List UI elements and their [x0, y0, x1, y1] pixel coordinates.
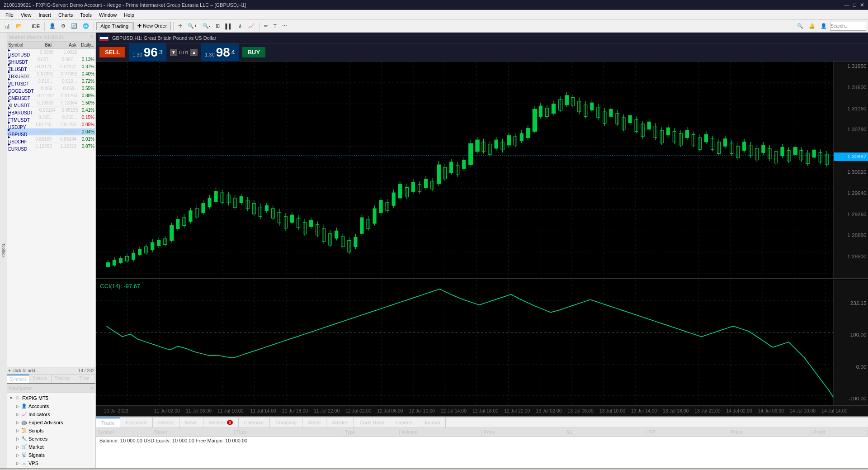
line-button[interactable]: 📈 [246, 22, 257, 30]
algo-trading-button[interactable]: Algo Trading [96, 22, 132, 30]
lot-increase-button[interactable]: ▲ [190, 49, 198, 56]
menu-help[interactable]: Help [120, 11, 138, 19]
more-tools-button[interactable]: ⋯ [280, 22, 289, 30]
sell-button[interactable]: SELL [99, 47, 125, 57]
svg-text:12 Jul 22:00: 12 Jul 22:00 [504, 408, 530, 413]
svg-text:13 Jul 10:00: 13 Jul 10:00 [599, 408, 625, 413]
new-chart-button[interactable]: 📊 [2, 22, 13, 30]
tab-experts[interactable]: Experts [390, 418, 418, 427]
mw-bid: 0.86169 [27, 137, 52, 142]
nav-vps[interactable]: ▷ ☁ VPS [7, 459, 95, 467]
nav-signals[interactable]: ▷ 📡 Signals [7, 451, 95, 459]
nav-expand-fxpig[interactable]: ▼ [9, 396, 13, 400]
mw-ask: 0.265... [53, 115, 77, 120]
settings-button[interactable]: ⚙ [59, 22, 68, 30]
term-col-profit[interactable]: Profit [811, 430, 868, 435]
crosshair-button[interactable]: ✛ [176, 22, 184, 30]
term-col-sl[interactable]: S/L [564, 430, 646, 435]
zoom-out-button[interactable]: 🔍- [200, 22, 213, 30]
term-col-type[interactable]: Type [343, 430, 400, 435]
open-button[interactable]: 📂 [14, 22, 24, 30]
tab-exposure[interactable]: Exposure [120, 418, 152, 427]
lot-decrease-button[interactable]: ▼ [170, 49, 177, 56]
term-col-price2[interactable]: Price [729, 430, 811, 435]
globe-button[interactable]: 🌐 [80, 22, 91, 30]
mw-bid: 0.007... [28, 57, 52, 62]
mw-bid: 0.265... [30, 115, 54, 120]
account-button[interactable]: 👤 [818, 22, 829, 30]
tab-news[interactable]: News [179, 418, 203, 427]
tab-trading[interactable]: Trading [52, 375, 74, 383]
draw-button[interactable]: ✏ [262, 22, 270, 30]
buy-price-big: 98 [216, 45, 230, 59]
menu-insert[interactable]: Insert [35, 11, 55, 19]
mw-ask: 0.007... [52, 57, 77, 62]
market-watch-close[interactable]: ✕ [90, 34, 94, 40]
term-col-tp[interactable]: T/P [647, 430, 729, 435]
toolbox[interactable]: Toolbox [0, 33, 7, 468]
buy-button[interactable]: BUY [242, 47, 265, 57]
nav-fxpig[interactable]: ▼ 🖥 FXPIG MT5 [7, 394, 95, 402]
nav-indicators[interactable]: ▷ 📈 Indicators [7, 410, 95, 418]
term-col-volume[interactable]: Volume [400, 430, 482, 435]
tab-alerts[interactable]: Alerts [302, 418, 326, 427]
new-order-button[interactable]: ✚ New Order [133, 22, 171, 30]
menu-file[interactable]: File [2, 11, 17, 19]
bar-chart-button[interactable]: ▌▌ [223, 22, 235, 30]
svg-text:13 Jul 14:00: 13 Jul 14:00 [631, 408, 657, 413]
term-col-time[interactable]: Time [235, 430, 343, 435]
menu-tools[interactable]: Tools [76, 11, 95, 19]
market-watch-row[interactable]: ▸ EURUSD 1.12295 1.12310 0.07% [7, 143, 95, 150]
symbol-count: 14 / 282 [78, 368, 94, 373]
menu-window[interactable]: Window [95, 11, 120, 19]
svg-text:12 Jul 06:00: 12 Jul 06:00 [377, 408, 403, 413]
separator-2 [44, 22, 45, 31]
notification-button[interactable]: 🔔 [807, 22, 817, 30]
tab-history[interactable]: History [153, 418, 179, 427]
ide-button[interactable]: IDE [29, 22, 42, 30]
market-watch-header: Market Watch: 01:03:21 ✕ [7, 33, 95, 42]
svg-text:CCI(14): -97.67: CCI(14): -97.67 [100, 283, 140, 290]
candle-button[interactable]: 🕯 [236, 22, 245, 30]
tab-articles[interactable]: Articles [326, 418, 354, 427]
svg-text:13 Jul 06:00: 13 Jul 06:00 [568, 408, 594, 413]
term-col-price[interactable]: Price [482, 430, 564, 435]
search-button[interactable]: 🔍 [795, 22, 806, 30]
tab-calendar[interactable]: Calendar [239, 418, 270, 427]
zoom-in-button[interactable]: 🔍+ [185, 22, 199, 30]
nav-accounts[interactable]: ▷ 👤 Accounts [7, 402, 95, 410]
refresh-button[interactable]: 🔄 [69, 22, 80, 30]
zoom-fit-button[interactable]: ⊞ [213, 22, 222, 30]
nav-icon-vps: ☁ [20, 460, 28, 467]
tab-details[interactable]: Details [29, 375, 52, 383]
svg-text:12 Jul 14:00: 12 Jul 14:00 [441, 408, 467, 413]
add-symbol-label[interactable]: click to add... [13, 368, 39, 373]
maximize-button[interactable]: □ [853, 2, 856, 8]
chart-canvas[interactable]: 1.31950 1.31600 1.31160 1.30780 1.30987 … [96, 62, 868, 416]
terminal: Symbol ↕ Ticket Time Type Volume Price S… [96, 428, 868, 468]
tab-trade[interactable]: Trade [96, 418, 120, 427]
menu-charts[interactable]: Charts [55, 11, 76, 19]
tab-company[interactable]: Company [270, 418, 302, 427]
nav-market[interactable]: ▷ 🛒 Market [7, 443, 95, 451]
tab-journal[interactable]: Journal [418, 418, 446, 427]
tab-ticks[interactable]: Ticks [73, 375, 95, 383]
profile-button[interactable]: 👤 [47, 22, 58, 30]
close-button[interactable]: ✕ [860, 2, 864, 8]
tab-symbols[interactable]: Symbols [7, 375, 29, 383]
navigator-close[interactable]: ✕ [90, 385, 94, 391]
nav-scripts[interactable]: ▷ 📜 Scripts [7, 427, 95, 435]
nav-services[interactable]: ▷ 🔧 Services [7, 435, 95, 443]
nav-expert-advisors[interactable]: ▷ 🤖 Expert Advisors [7, 418, 95, 427]
term-col-symbol[interactable]: Symbol ↕ [96, 430, 152, 435]
svg-text:1.30020: 1.30020 [847, 169, 867, 175]
tab-mailbox[interactable]: Mailbox8 [203, 418, 239, 427]
tab-code-base[interactable]: Code Base [354, 418, 390, 427]
mw-daily: 0.01% [76, 137, 94, 142]
menu-view[interactable]: View [17, 11, 35, 19]
add-symbol-button[interactable]: + [8, 368, 11, 373]
term-col-ticket[interactable]: Ticket [152, 430, 235, 435]
minimize-button[interactable]: — [844, 2, 849, 8]
text-button[interactable]: T [271, 22, 279, 30]
search-input[interactable] [830, 22, 866, 31]
